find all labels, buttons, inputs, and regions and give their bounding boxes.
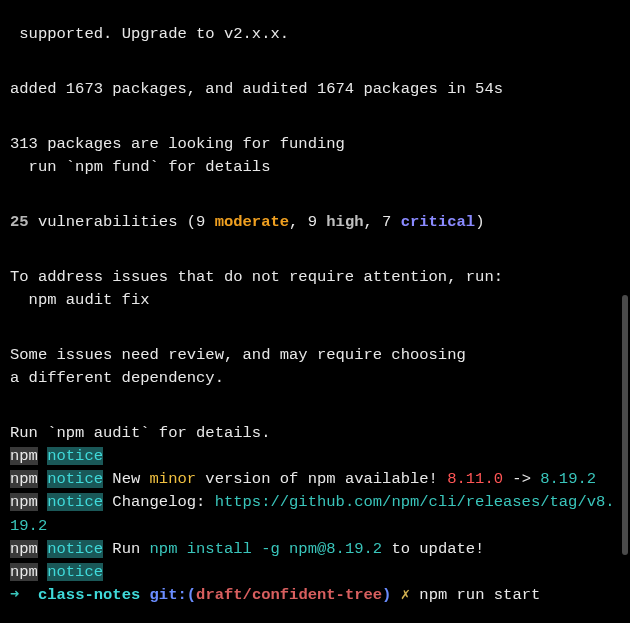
prompt-command: npm run start	[410, 586, 540, 604]
line-review-b: a different dependency.	[10, 369, 224, 387]
new-version: 8.19.2	[540, 470, 596, 488]
line-notice-1: npm notice	[10, 447, 103, 465]
line-review-a: Some issues need review, and may require…	[10, 346, 466, 364]
vuln-critical: critical	[401, 213, 475, 231]
prompt-folder: class-notes	[29, 586, 141, 604]
line-notice-3: npm notice Changelog: https://github.com…	[10, 493, 615, 534]
old-version: 8.11.0	[447, 470, 503, 488]
dirty-icon: ✗	[391, 586, 410, 604]
npm-badge: npm	[10, 540, 38, 558]
notice-badge: notice	[47, 447, 103, 465]
line-notice-5: npm notice	[10, 563, 103, 581]
line-audit: Run `npm audit` for details.	[10, 424, 270, 442]
vuln-moderate: moderate	[215, 213, 289, 231]
vuln-high: high	[326, 213, 363, 231]
line-notice-2: npm notice New minor version of npm avai…	[10, 470, 596, 488]
npm-badge: npm	[10, 563, 38, 581]
line-address: To address issues that do not require at…	[10, 268, 503, 286]
terminal-output: supported. Upgrade to v2.x.x. added 1673…	[0, 0, 630, 608]
prompt-arrow-icon: ➜	[10, 586, 29, 604]
install-cmd: npm install -g npm@8.19.2	[150, 540, 383, 558]
npm-badge: npm	[10, 470, 38, 488]
notice-badge: notice	[47, 563, 103, 581]
vuln-count: 25	[10, 213, 29, 231]
notice-badge: notice	[47, 540, 103, 558]
prompt-line[interactable]: ➜ class-notes git:(draft/confident-tree)…	[10, 586, 540, 604]
npm-badge: npm	[10, 447, 38, 465]
line-upgrade: supported. Upgrade to v2.x.x.	[10, 25, 289, 43]
line-vulnerabilities: 25 vulnerabilities (9 moderate, 9 high, …	[10, 213, 484, 231]
line-added: added 1673 packages, and audited 1674 pa…	[10, 80, 503, 98]
git-label: git:(	[140, 586, 196, 604]
scrollbar[interactable]	[622, 295, 628, 555]
line-fund-cmd: run `npm fund` for details	[10, 158, 270, 176]
line-funding: 313 packages are looking for funding	[10, 135, 345, 153]
minor-label: minor	[150, 470, 197, 488]
notice-badge: notice	[47, 470, 103, 488]
notice-badge: notice	[47, 493, 103, 511]
line-audit-fix: npm audit fix	[10, 291, 150, 309]
npm-badge: npm	[10, 493, 38, 511]
line-notice-4: npm notice Run npm install -g npm@8.19.2…	[10, 540, 484, 558]
git-branch: draft/confident-tree	[196, 586, 382, 604]
